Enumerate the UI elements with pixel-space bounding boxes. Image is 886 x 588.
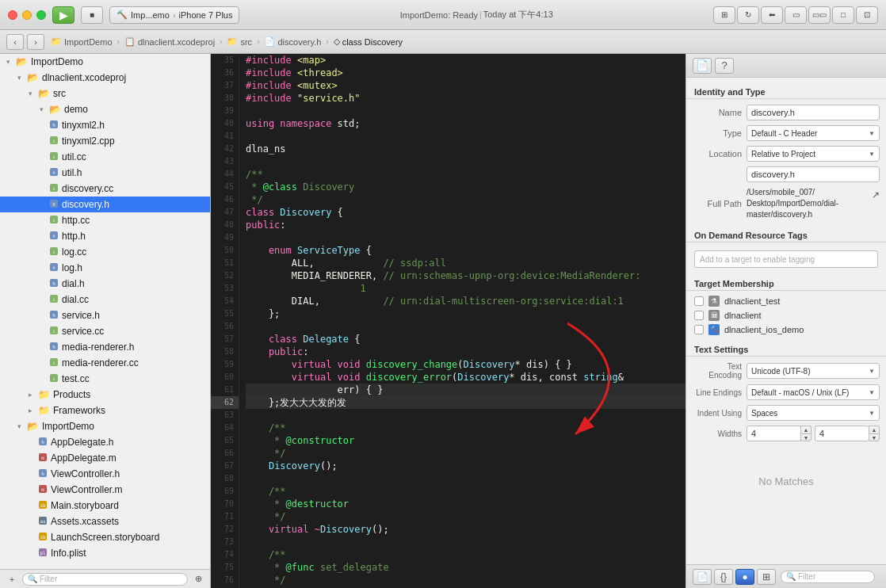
name-value[interactable]: discovery.h [747, 105, 880, 120]
tree-item-viewcontroller-m[interactable]: mViewController.m [0, 482, 210, 498]
indent-width-field[interactable]: 4 [815, 426, 869, 441]
scheme-selector[interactable]: 🔨 Imp...emo › iPhone 7 Plus [109, 6, 239, 24]
indent-width-spinner[interactable]: ▲ ▼ [869, 426, 880, 441]
tree-item-viewcontroller-h[interactable]: hViewController.h [0, 466, 210, 482]
type-dropdown[interactable]: Default - C Header ▼ [747, 125, 880, 141]
forward-nav-button[interactable]: › [27, 34, 44, 50]
target-dlnaclient-test[interactable]: ⚗ dlnaclient_test [686, 294, 886, 308]
tree-item-tinyxml2-h[interactable]: htinyxml2.h [0, 117, 210, 133]
file-tree[interactable]: ▾📂ImportDemo▾📂dlnaclient.xcodeproj▾📂src▾… [0, 54, 210, 569]
tree-item-media-renderer-cc[interactable]: cmedia-renderer.cc [0, 355, 210, 371]
tree-item-importdemo[interactable]: ▾📂ImportDemo [0, 418, 210, 434]
grid-icon[interactable]: ⊞ [713, 6, 735, 24]
tree-item-http-h[interactable]: hhttp.h [0, 228, 210, 244]
code-area[interactable]: #include <map>#include <thread>#include … [239, 54, 686, 588]
tree-item-log-cc[interactable]: clog.cc [0, 244, 210, 260]
tree-item-service-h[interactable]: hservice.h [0, 307, 210, 323]
run-button[interactable]: ▶ [52, 6, 74, 24]
tree-item-assets-xcassets[interactable]: asAssets.xcassets [0, 514, 210, 529]
tree-item-dlnaclient-xcodeproj[interactable]: ▾📂dlnaclient.xcodeproj [0, 70, 210, 86]
braces-icon[interactable]: {} [714, 569, 733, 585]
tree-item-main-storyboard[interactable]: sbMain.storyboard [0, 498, 210, 514]
tagging-placeholder[interactable]: Add to a target to enable tagging [694, 250, 878, 268]
close-button[interactable] [8, 10, 17, 20]
tree-item-dial-h[interactable]: hdial.h [0, 276, 210, 292]
tree-item-discovery-cc[interactable]: cdiscovery.cc [0, 181, 210, 197]
breadcrumb-xcodeproj[interactable]: 📋 dlnaclient.xcodeproj [121, 36, 218, 48]
tree-item-frameworks[interactable]: ▸📁Frameworks [0, 403, 210, 418]
tree-item-util-cc[interactable]: cutil.cc [0, 149, 210, 165]
tree-item-label: discovery.h [62, 199, 210, 210]
checkbox-dlnaclient[interactable] [694, 311, 704, 320]
tree-item-label: Frameworks [53, 405, 210, 416]
tree-item-http-cc[interactable]: chttp.cc [0, 212, 210, 228]
indent-width-down[interactable]: ▼ [869, 433, 880, 441]
checkbox-dlnaclient-test[interactable] [694, 296, 704, 306]
footer-filter[interactable]: 🔍 Filter [781, 571, 875, 583]
svg-text:h: h [52, 170, 55, 175]
back-icon[interactable]: ⬅ [761, 6, 783, 24]
tree-item-importdemo[interactable]: ▾📂ImportDemo [0, 54, 210, 70]
layout-single-icon[interactable]: ▭ [785, 6, 807, 24]
tree-item-src[interactable]: ▾📂src [0, 86, 210, 101]
code-line: enum ServiceType { [246, 244, 686, 257]
breadcrumb-src[interactable]: 📁 src [223, 36, 255, 48]
reveal-icon[interactable]: ↗ [872, 189, 880, 202]
breadcrumb-importdemo[interactable]: 📁 ImportDemo [48, 36, 116, 48]
tree-item-service-cc[interactable]: cservice.cc [0, 323, 210, 339]
line-number: 56 [211, 320, 239, 333]
circle-icon[interactable]: ● [735, 569, 754, 585]
breadcrumb-discovery-h[interactable]: 📄 discovery.h [261, 36, 324, 48]
tree-item-tinyxml2-cpp[interactable]: ctinyxml2.cpp [0, 133, 210, 149]
location-dropdown[interactable]: Relative to Project ▼ [747, 146, 880, 162]
line-number: 61 [211, 384, 239, 396]
filename-value[interactable]: discovery.h [747, 166, 880, 182]
help-icon[interactable]: ? [715, 58, 734, 74]
tree-item-demo[interactable]: ▾📂demo [0, 101, 210, 117]
indent-dropdown[interactable]: Spaces ▼ [747, 405, 880, 421]
checkbox-dlnaclient-ios[interactable] [694, 325, 704, 334]
file-footer-icon[interactable]: 📄 [693, 569, 712, 585]
code-line: #include <mutex> [246, 79, 686, 92]
tab-width-down[interactable]: ▼ [800, 433, 812, 441]
endings-dropdown[interactable]: Default - macOS / Unix (LF) ▼ [747, 384, 880, 400]
target-dlnaclient-ios-demo[interactable]: 🔨 dlnaclient_ios_demo [686, 323, 886, 337]
back-nav-button[interactable]: ‹ [6, 34, 24, 50]
filter-box[interactable]: 🔍 Filter [22, 573, 188, 586]
add-file-button[interactable]: + [5, 572, 19, 586]
tree-item-util-h[interactable]: hutil.h [0, 165, 210, 181]
tree-item-appdelegate-h[interactable]: hAppDelegate.h [0, 434, 210, 450]
breadcrumb-class-discovery[interactable]: ◇ class Discovery [330, 36, 406, 48]
indent-width-up[interactable]: ▲ [869, 426, 880, 433]
refresh-icon[interactable]: ↻ [737, 6, 759, 24]
tab-width-up[interactable]: ▲ [800, 426, 812, 433]
tree-item-products[interactable]: ▸📁Products [0, 387, 210, 403]
maximize-button[interactable] [36, 10, 46, 20]
panel2-icon[interactable]: ⊡ [856, 6, 878, 24]
grid-footer-icon[interactable]: ⊞ [757, 569, 776, 585]
code-editor[interactable]: 3536373839404142434445464748495051525354… [211, 54, 686, 588]
tree-item-appdelegate-m[interactable]: mAppDelegate.m [0, 450, 210, 466]
tab-width-field[interactable]: 4 [747, 426, 801, 441]
minimize-button[interactable] [22, 10, 32, 20]
tree-item-info-plist[interactable]: plInfo.plist [0, 545, 210, 561]
line-number: 55 [211, 307, 239, 320]
svg-text:c: c [52, 138, 55, 143]
stop-button[interactable]: ■ [81, 6, 103, 24]
sort-icon[interactable]: ⊕ [191, 572, 205, 586]
tree-item-discovery-h[interactable]: hdiscovery.h [0, 197, 210, 212]
encoding-dropdown[interactable]: Unicode (UTF-8) ▼ [747, 363, 880, 379]
tree-item-log-h[interactable]: hlog.h [0, 260, 210, 276]
tree-item-test-cc[interactable]: ctest.cc [0, 371, 210, 387]
panel-icon[interactable]: □ [832, 6, 854, 24]
inspector-footer: 📄 {} ● ⊞ 🔍 Filter [686, 564, 886, 588]
tree-item-launchscreen-storyboard[interactable]: sbLaunchScreen.storyboard [0, 529, 210, 545]
tree-item-dial-cc[interactable]: cdial.cc [0, 292, 210, 307]
target-dlnaclient[interactable]: 🏛 dlnaclient [686, 308, 886, 323]
file-inspector-icon[interactable]: 📄 [693, 58, 712, 74]
tree-item-media-renderer-h[interactable]: hmedia-renderer.h [0, 339, 210, 355]
line-number: 50 [211, 244, 239, 257]
tab-width-spinner[interactable]: ▲ ▼ [800, 426, 812, 441]
line-number: 44 [211, 168, 239, 181]
layout-split-icon[interactable]: ▭▭ [808, 6, 831, 24]
